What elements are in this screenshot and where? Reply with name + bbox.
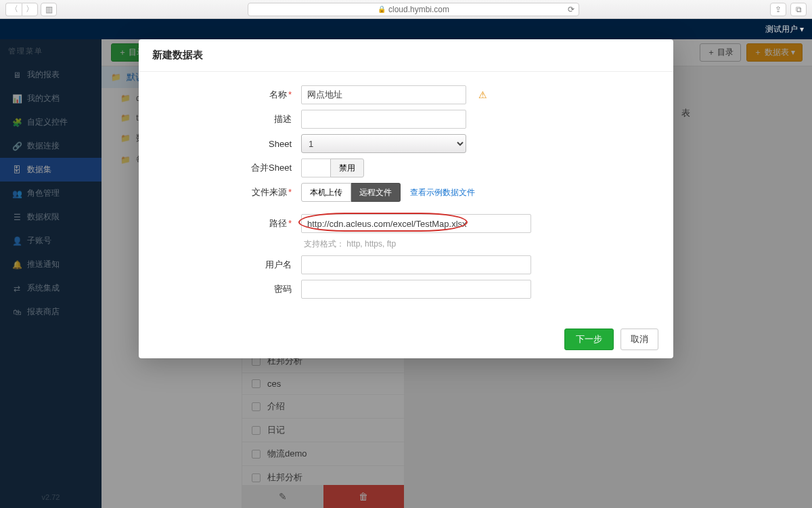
tabs-button[interactable]: ⧉ — [790, 3, 807, 16]
url-text: cloud.hymbi.com — [388, 5, 449, 14]
example-link[interactable]: 查看示例数据文件 — [410, 187, 475, 198]
password-input[interactable] — [301, 280, 531, 299]
share-button[interactable]: ⇪ — [770, 3, 786, 16]
path-input[interactable] — [301, 214, 531, 233]
lock-icon: 🔒 — [378, 5, 386, 13]
cancel-button[interactable]: 取消 — [621, 329, 658, 350]
warning-icon: ⚠ — [478, 89, 487, 100]
chevron-down-icon: ▾ — [798, 24, 804, 34]
username-input[interactable] — [301, 255, 531, 274]
next-button[interactable]: 下一步 — [564, 329, 614, 350]
merge-disable-button[interactable]: 禁用 — [330, 158, 364, 177]
modal-overlay: 新建数据表 名称* ⚠ 描述 Sheet 1 合并Sheet 禁用 — [0, 39, 812, 508]
address-bar[interactable]: 🔒 cloud.hymbi.com ⟳ — [248, 3, 579, 16]
reload-icon[interactable]: ⟳ — [568, 5, 574, 14]
source-remote-button[interactable]: 远程文件 — [351, 183, 401, 202]
browser-toolbar: 〈 〉 ▥ 🔒 cloud.hymbi.com ⟳ ⇪ ⧉ — [0, 0, 812, 19]
forward-button[interactable]: 〉 — [22, 3, 38, 16]
app-header-bar: 测试用户 ▾ — [0, 19, 812, 39]
desc-input[interactable] — [301, 110, 466, 129]
modal-title: 新建数据表 — [139, 39, 673, 72]
name-input[interactable] — [301, 85, 466, 104]
new-dataset-modal: 新建数据表 名称* ⚠ 描述 Sheet 1 合并Sheet 禁用 — [139, 39, 673, 358]
merge-input[interactable] — [301, 158, 331, 177]
user-menu[interactable]: 测试用户 ▾ — [765, 24, 804, 35]
sheet-select[interactable]: 1 — [301, 134, 466, 153]
source-local-button[interactable]: 本机上传 — [301, 183, 351, 202]
back-button[interactable]: 〈 — [5, 3, 22, 16]
sidebar-toggle-button[interactable]: ▥ — [41, 3, 57, 16]
